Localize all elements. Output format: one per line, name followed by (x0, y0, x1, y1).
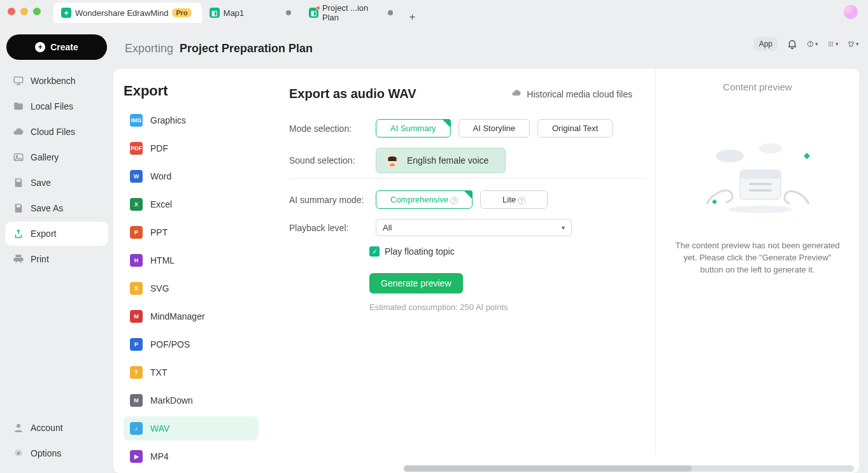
svg-point-7 (829, 42, 829, 43)
window-controls (8, 8, 41, 15)
nav-save-as[interactable]: Save As (5, 196, 108, 220)
fmt-pdf[interactable]: PDFPDF (124, 136, 259, 160)
svg-point-9 (832, 42, 833, 43)
nav-gallery[interactable]: Gallery (5, 145, 108, 169)
fmt-ppt[interactable]: PPPT (124, 220, 259, 244)
fmt-html[interactable]: HHTML (124, 248, 259, 272)
nav-print[interactable]: Print (5, 247, 108, 271)
nav-export[interactable]: Export (5, 222, 108, 246)
bell-icon[interactable] (786, 38, 798, 50)
ai-mode-label: AI summary mode: (289, 195, 366, 205)
help-icon[interactable]: ? (518, 197, 525, 204)
scroll-thumb[interactable] (404, 465, 692, 472)
grid-icon[interactable]: ▾ (827, 38, 839, 50)
fmt-txt[interactable]: TTXT (124, 360, 259, 385)
create-label: Create (50, 42, 78, 52)
svg-point-10 (829, 43, 829, 44)
app-chip[interactable]: App (754, 37, 778, 51)
create-button[interactable]: + Create (6, 34, 107, 60)
app-body: + Create Workbench Local Files Cloud Fil… (0, 23, 868, 473)
mode-ai-summary[interactable]: AI Summary (376, 119, 451, 138)
divider (289, 178, 646, 179)
fmt-graphics[interactable]: IMGGraphics (124, 108, 259, 132)
export-title: Export (124, 83, 259, 99)
format-list: IMGGraphics PDFPDF WWord XExcel PPPT HHT… (124, 108, 259, 469)
fmt-label: Graphics (150, 115, 186, 125)
file-icon: P (130, 338, 143, 351)
fmt-label: HTML (150, 255, 174, 265)
print-icon (13, 253, 24, 265)
account-icon (13, 422, 24, 434)
nav-list: Workbench Local Files Cloud Files Galler… (5, 69, 108, 271)
new-tab[interactable]: + (403, 11, 422, 23)
file-icon: ▶ (130, 450, 143, 463)
svg-point-25 (729, 206, 792, 213)
plus-icon: + (35, 42, 45, 52)
fmt-pof[interactable]: PPOF/POS (124, 332, 259, 357)
ai-mode-comprehensive[interactable]: Comprehensive? (376, 190, 473, 209)
help-icon[interactable]: ? (450, 197, 458, 204)
nav-workbench[interactable]: Workbench (5, 69, 108, 93)
tab-label: Project ...ion Plan (322, 3, 384, 22)
file-icon: IMG (130, 114, 143, 127)
playback-label: Playback level: (289, 223, 366, 233)
nav-label: Export (31, 229, 56, 239)
svg-point-6 (810, 45, 811, 46)
file-icon: M (130, 394, 143, 407)
tab-label: Map1 (224, 8, 245, 18)
tab-map1[interactable]: ◧ Map1 (202, 3, 301, 23)
preview-title: Content preview (671, 81, 844, 92)
nav-account[interactable]: Account (5, 416, 108, 440)
fmt-label: PDF (150, 143, 168, 153)
tab-project[interactable]: ◧ Project ...ion Plan (301, 3, 403, 23)
horizontal-scrollbar[interactable] (404, 465, 854, 472)
pro-badge: Pro (172, 8, 191, 17)
fmt-wav[interactable]: ♪WAV (124, 416, 259, 441)
fmt-mindmanager[interactable]: MMindManager (124, 304, 259, 328)
cloud-link-label: Historical media cloud files (527, 89, 632, 99)
fmt-word[interactable]: WWord (124, 164, 259, 188)
save-as-icon (13, 202, 24, 214)
fmt-excel[interactable]: XExcel (124, 192, 259, 216)
help-icon[interactable]: ▾ (807, 38, 818, 50)
nav-save[interactable]: Save (5, 171, 108, 195)
play-floating-checkbox[interactable]: ✓ (369, 246, 380, 257)
nav-cloud-files[interactable]: Cloud Files (5, 120, 108, 144)
nav-local-files[interactable]: Local Files (5, 94, 108, 118)
file-icon: M (130, 310, 143, 323)
fmt-markdown[interactable]: MMarkDown (124, 388, 259, 413)
svg-point-13 (829, 45, 829, 46)
nav-label: Gallery (31, 152, 59, 162)
svg-point-2 (17, 155, 18, 157)
chevron-down-icon: ▾ (562, 224, 565, 231)
file-icon: P (130, 226, 143, 239)
toolbar-right: App ▾ ▾ ▾ (754, 37, 859, 51)
nav-label: Workbench (31, 76, 76, 86)
nav-label: Print (31, 254, 49, 264)
nav-footer: Account Options (5, 416, 108, 465)
generate-preview-button[interactable]: Generate preview (369, 273, 463, 293)
voice-chip[interactable]: English female voice (376, 148, 506, 173)
maximize-window[interactable] (33, 8, 41, 15)
page-header: Exporting Project Preparation Plan (125, 42, 313, 55)
nav-options[interactable]: Options (5, 441, 108, 465)
playback-select[interactable]: All ▾ (376, 219, 572, 236)
svg-point-12 (832, 43, 833, 44)
mode-ai-storyline[interactable]: AI Storyline (459, 119, 530, 138)
tab-app[interactable]: ✦ Wondershare EdrawMind Pro (53, 3, 202, 23)
file-icon: H (130, 254, 143, 267)
fmt-mp4[interactable]: ▶MP4 (124, 444, 259, 469)
shirt-icon[interactable]: ▾ (848, 38, 859, 50)
unsaved-dot (388, 10, 393, 15)
titlebar: ✦ Wondershare EdrawMind Pro ◧ Map1 ◧ Pro… (0, 0, 868, 23)
historical-cloud-link[interactable]: Historical media cloud files (511, 88, 632, 100)
page-title: Project Preparation Plan (180, 42, 313, 55)
fmt-svg[interactable]: SSVG (124, 276, 259, 300)
svg-point-19 (716, 150, 744, 162)
user-avatar[interactable] (844, 5, 858, 19)
mode-original-text[interactable]: Original Text (537, 119, 613, 138)
nav-label: Local Files (31, 101, 73, 111)
minimize-window[interactable] (20, 8, 28, 15)
close-window[interactable] (8, 8, 15, 15)
ai-mode-lite[interactable]: Lite? (480, 190, 548, 209)
